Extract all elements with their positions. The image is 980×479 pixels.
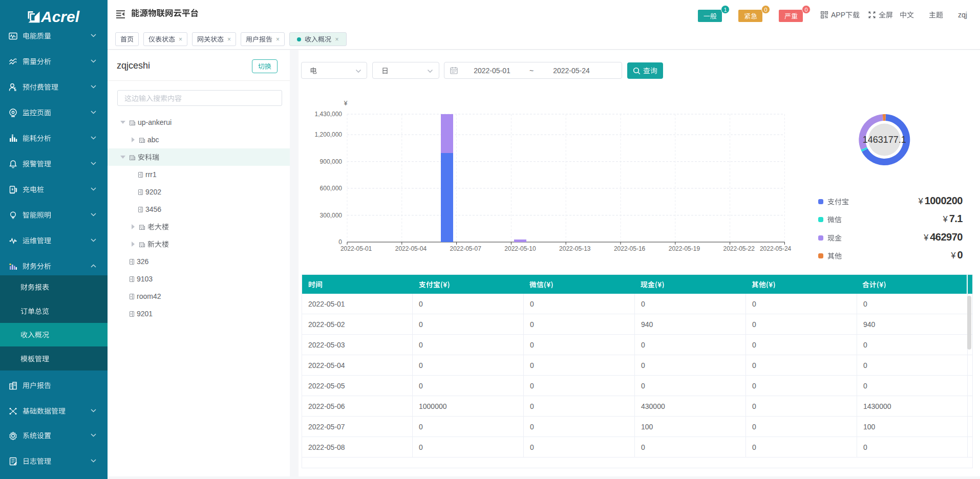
svg-text:¥: ¥ (344, 100, 348, 107)
svg-text:300,000: 300,000 (320, 212, 343, 219)
svg-text:1,200,000: 1,200,000 (315, 131, 343, 138)
svg-text:600,000: 600,000 (320, 185, 343, 192)
svg-text:2022-05-07: 2022-05-07 (450, 245, 482, 252)
svg-text:2022-05-22: 2022-05-22 (723, 245, 755, 252)
svg-text:0: 0 (338, 238, 342, 246)
svg-text:1,430,000: 1,430,000 (315, 111, 343, 118)
svg-text:2022-05-24: 2022-05-24 (760, 245, 792, 252)
svg-text:2022-05-01: 2022-05-01 (340, 245, 372, 252)
svg-text:2022-05-10: 2022-05-10 (504, 245, 536, 252)
svg-text:2022-05-16: 2022-05-16 (614, 245, 646, 252)
svg-text:1463177.1: 1463177.1 (863, 135, 906, 145)
svg-text:900,000: 900,000 (320, 158, 343, 165)
svg-text:2022-05-19: 2022-05-19 (669, 245, 700, 252)
svg-text:2022-05-04: 2022-05-04 (395, 245, 427, 252)
svg-text:2022-05-13: 2022-05-13 (559, 245, 591, 252)
